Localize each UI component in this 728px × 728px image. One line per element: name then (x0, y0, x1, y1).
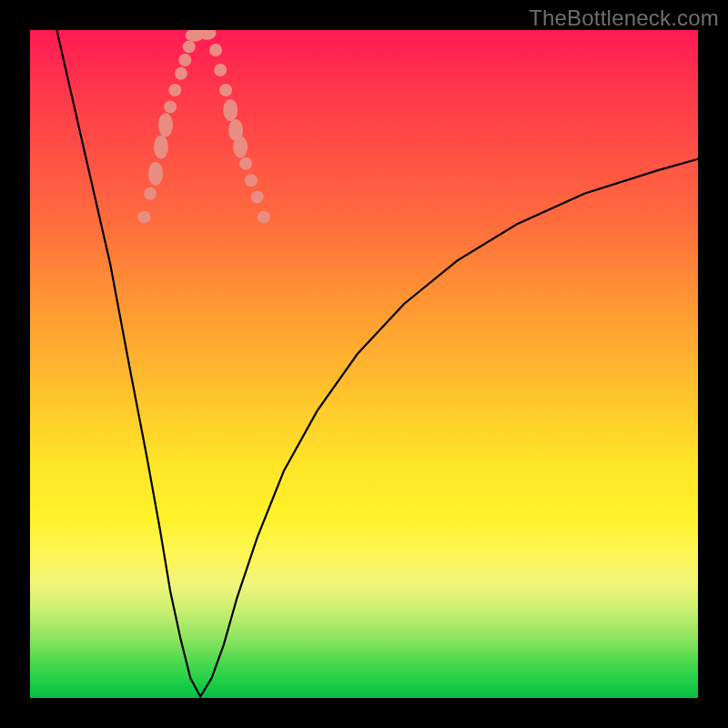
marker (258, 211, 270, 224)
curve-path (56, 30, 698, 697)
marker (158, 113, 173, 136)
marker (219, 84, 232, 96)
marker (245, 174, 258, 187)
marker (233, 136, 248, 158)
marker (154, 136, 168, 159)
marker (223, 99, 238, 121)
marker (148, 162, 163, 186)
marker (251, 191, 264, 204)
marker (214, 64, 227, 76)
marker (183, 40, 196, 53)
marker (175, 67, 187, 80)
marker (239, 157, 252, 170)
marker (138, 211, 151, 224)
bottleneck-curve (30, 30, 698, 698)
plot-area (30, 30, 698, 698)
marker (164, 100, 177, 113)
marker (178, 54, 191, 66)
marker (209, 44, 222, 56)
marker (144, 187, 157, 200)
marker (168, 84, 181, 96)
chart-frame: TheBottleneck.com (0, 0, 728, 728)
watermark-text: TheBottleneck.com (529, 5, 719, 31)
